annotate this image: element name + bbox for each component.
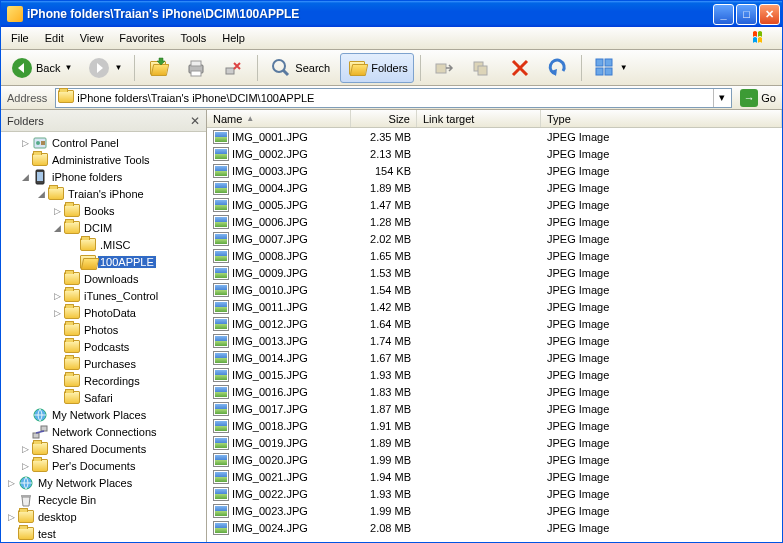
file-row[interactable]: IMG_0019.JPG1.89 MBJPEG Image <box>207 434 782 451</box>
expand-icon[interactable]: ▷ <box>51 291 63 301</box>
tree-item-iphone-folders[interactable]: ◢iPhone folders <box>1 168 206 185</box>
file-row[interactable]: IMG_0021.JPG1.94 MBJPEG Image <box>207 468 782 485</box>
disconnect-button[interactable] <box>217 53 251 83</box>
tree-item-recordings[interactable]: Recordings <box>1 372 206 389</box>
views-button[interactable]: ▼ <box>588 53 634 83</box>
tree-item-podcasts[interactable]: Podcasts <box>1 338 206 355</box>
close-button[interactable]: ✕ <box>759 4 780 25</box>
copy-to-button[interactable] <box>465 53 499 83</box>
views-dropdown-icon[interactable]: ▼ <box>620 63 628 72</box>
expand-icon[interactable]: ▷ <box>5 478 17 488</box>
file-name: IMG_0007.JPG <box>232 233 308 245</box>
undo-button[interactable] <box>541 53 575 83</box>
file-row[interactable]: IMG_0011.JPG1.42 MBJPEG Image <box>207 298 782 315</box>
tree-item-photodata[interactable]: ▷PhotoData <box>1 304 206 321</box>
go-button[interactable]: → Go <box>736 87 780 109</box>
column-size[interactable]: Size <box>351 110 417 127</box>
menu-help[interactable]: Help <box>214 29 253 47</box>
folder-icon <box>17 509 34 525</box>
address-input[interactable]: iPhone folders\Traian's iPhone\DCIM\100A… <box>55 88 732 108</box>
file-row[interactable]: IMG_0003.JPG154 KBJPEG Image <box>207 162 782 179</box>
file-row[interactable]: IMG_0008.JPG1.65 MBJPEG Image <box>207 247 782 264</box>
tree-item-shared-documents[interactable]: ▷Shared Documents <box>1 440 206 457</box>
file-row[interactable]: IMG_0007.JPG2.02 MBJPEG Image <box>207 230 782 247</box>
file-row[interactable]: IMG_0009.JPG1.53 MBJPEG Image <box>207 264 782 281</box>
delete-button[interactable] <box>503 53 537 83</box>
file-row[interactable]: IMG_0016.JPG1.83 MBJPEG Image <box>207 383 782 400</box>
menu-view[interactable]: View <box>72 29 112 47</box>
titlebar[interactable]: iPhone folders\Traian's iPhone\DCIM\100A… <box>1 1 782 27</box>
folder-tree[interactable]: ▷Control Panel Administrative Tools ◢iPh… <box>1 132 206 542</box>
tree-item-my-network-places-2[interactable]: ▷My Network Places <box>1 474 206 491</box>
tree-item-control-panel[interactable]: ▷Control Panel <box>1 134 206 151</box>
tree-item-itunes-control[interactable]: ▷iTunes_Control <box>1 287 206 304</box>
up-button[interactable] <box>141 53 175 83</box>
file-row[interactable]: IMG_0017.JPG1.87 MBJPEG Image <box>207 400 782 417</box>
folders-pane-close-icon[interactable]: ✕ <box>190 114 200 128</box>
back-button[interactable]: Back ▼ <box>5 53 78 83</box>
tree-item-dcim[interactable]: ◢DCIM <box>1 219 206 236</box>
forward-button[interactable]: ▼ <box>82 53 128 83</box>
tree-item-misc[interactable]: .MISC <box>1 236 206 253</box>
file-row[interactable]: IMG_0002.JPG2.13 MBJPEG Image <box>207 145 782 162</box>
file-row[interactable]: IMG_0023.JPG1.99 MBJPEG Image <box>207 502 782 519</box>
file-row[interactable]: IMG_0013.JPG1.74 MBJPEG Image <box>207 332 782 349</box>
tree-item-traians-iphone[interactable]: ◢Traian's iPhone <box>1 185 206 202</box>
print-button[interactable] <box>179 53 213 83</box>
file-row[interactable]: IMG_0005.JPG1.47 MBJPEG Image <box>207 196 782 213</box>
file-row[interactable]: IMG_0004.JPG1.89 MBJPEG Image <box>207 179 782 196</box>
tree-item-safari[interactable]: Safari <box>1 389 206 406</box>
file-list[interactable]: IMG_0001.JPG2.35 MBJPEG ImageIMG_0002.JP… <box>207 128 782 542</box>
expand-icon[interactable]: ▷ <box>51 206 63 216</box>
file-row[interactable]: IMG_0012.JPG1.64 MBJPEG Image <box>207 315 782 332</box>
forward-dropdown-icon[interactable]: ▼ <box>114 63 122 72</box>
collapse-icon[interactable]: ◢ <box>19 172 31 182</box>
file-row[interactable]: IMG_0015.JPG1.93 MBJPEG Image <box>207 366 782 383</box>
collapse-icon[interactable]: ◢ <box>35 189 47 199</box>
expand-icon[interactable]: ▷ <box>51 308 63 318</box>
expand-icon[interactable]: ▷ <box>19 444 31 454</box>
file-row[interactable]: IMG_0020.JPG1.99 MBJPEG Image <box>207 451 782 468</box>
column-type[interactable]: Type <box>541 110 782 127</box>
folder-icon <box>63 356 80 372</box>
tree-item-test[interactable]: test <box>1 525 206 542</box>
file-name: IMG_0002.JPG <box>232 148 308 160</box>
tree-item-my-network-places[interactable]: My Network Places <box>1 406 206 423</box>
file-row[interactable]: IMG_0014.JPG1.67 MBJPEG Image <box>207 349 782 366</box>
expand-icon[interactable]: ▷ <box>19 138 31 148</box>
tree-item-desktop[interactable]: ▷desktop <box>1 508 206 525</box>
menu-file[interactable]: File <box>3 29 37 47</box>
column-name[interactable]: Name▲ <box>207 110 351 127</box>
menu-favorites[interactable]: Favorites <box>111 29 172 47</box>
tree-item-admin-tools[interactable]: Administrative Tools <box>1 151 206 168</box>
file-type: JPEG Image <box>541 233 782 245</box>
tree-item-network-connections[interactable]: Network Connections <box>1 423 206 440</box>
file-name: IMG_0023.JPG <box>232 505 308 517</box>
expand-icon[interactable]: ▷ <box>19 461 31 471</box>
tree-item-photos[interactable]: Photos <box>1 321 206 338</box>
maximize-button[interactable]: □ <box>736 4 757 25</box>
tree-item-100apple[interactable]: 100APPLE <box>1 253 206 270</box>
tree-item-pers-documents[interactable]: ▷Per's Documents <box>1 457 206 474</box>
file-row[interactable]: IMG_0024.JPG2.08 MBJPEG Image <box>207 519 782 536</box>
address-dropdown-icon[interactable]: ▾ <box>713 89 729 107</box>
file-row[interactable]: IMG_0010.JPG1.54 MBJPEG Image <box>207 281 782 298</box>
tree-item-recycle-bin[interactable]: Recycle Bin <box>1 491 206 508</box>
folders-button[interactable]: Folders <box>340 53 414 83</box>
menu-edit[interactable]: Edit <box>37 29 72 47</box>
tree-item-books[interactable]: ▷Books <box>1 202 206 219</box>
minimize-button[interactable]: _ <box>713 4 734 25</box>
move-to-button[interactable] <box>427 53 461 83</box>
tree-item-downloads[interactable]: Downloads <box>1 270 206 287</box>
search-button[interactable]: Search <box>264 53 336 83</box>
file-row[interactable]: IMG_0006.JPG1.28 MBJPEG Image <box>207 213 782 230</box>
column-link-target[interactable]: Link target <box>417 110 541 127</box>
file-row[interactable]: IMG_0018.JPG1.91 MBJPEG Image <box>207 417 782 434</box>
tree-item-purchases[interactable]: Purchases <box>1 355 206 372</box>
expand-icon[interactable]: ▷ <box>5 512 17 522</box>
file-row[interactable]: IMG_0001.JPG2.35 MBJPEG Image <box>207 128 782 145</box>
file-row[interactable]: IMG_0022.JPG1.93 MBJPEG Image <box>207 485 782 502</box>
menu-tools[interactable]: Tools <box>173 29 215 47</box>
back-dropdown-icon[interactable]: ▼ <box>64 63 72 72</box>
collapse-icon[interactable]: ◢ <box>51 223 63 233</box>
